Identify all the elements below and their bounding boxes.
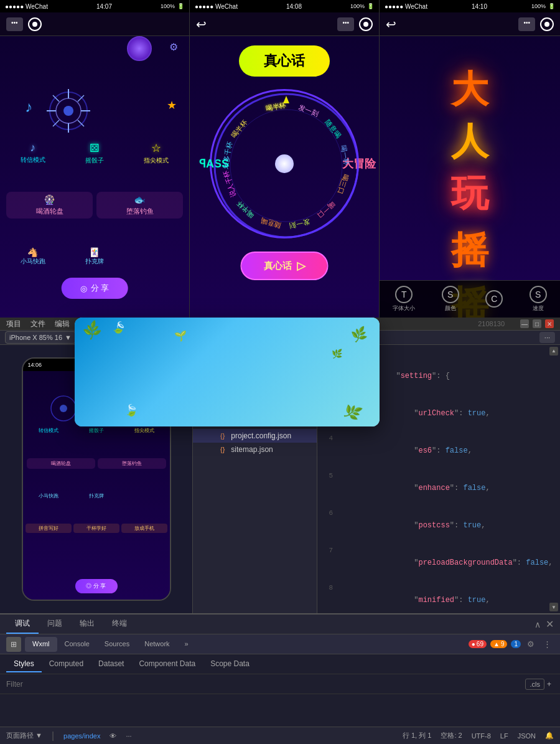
grid-item-8 bbox=[127, 245, 186, 268]
grid-label-1: 转信模式 bbox=[6, 156, 60, 164]
phone2-dots-btn[interactable]: ••• bbox=[337, 17, 354, 31]
scroll-down-arrow[interactable]: ▼ bbox=[549, 603, 558, 611]
settings-icon[interactable]: ⚙ bbox=[169, 41, 183, 55]
phone1-record-btn[interactable] bbox=[28, 17, 42, 31]
mini-g2: 摇骰子 bbox=[73, 427, 119, 434]
folder-icon: 📁 bbox=[216, 347, 226, 357]
menu-item-edit[interactable]: 编辑 bbox=[55, 319, 70, 329]
mini-share-btn[interactable]: ◎ 分 享 bbox=[75, 579, 117, 593]
dt-tab-terminal[interactable]: 终端 bbox=[103, 615, 136, 634]
file-static[interactable]: ▶ 📁 static bbox=[193, 374, 317, 388]
phone3-record-btn[interactable] bbox=[540, 17, 554, 31]
phone-1: ●●●●● WeChat 14:07 100% 🔋 ••• ⚙ ♪ bbox=[0, 0, 190, 318]
dt-tab-debug[interactable]: 调试 bbox=[6, 615, 39, 634]
file-appwxss[interactable]: {} app.wxss bbox=[193, 415, 317, 429]
grid-label-2: 摇骰子 bbox=[67, 156, 121, 165]
compile-btn[interactable]: 编译 bbox=[81, 331, 105, 344]
status-path[interactable]: 页面路径 ▼ bbox=[6, 731, 42, 740]
toolbar-speed[interactable]: S 速度 bbox=[530, 286, 547, 313]
dt-tab-issues[interactable]: 问题 bbox=[39, 615, 71, 634]
more-tools-btn[interactable]: ··· bbox=[539, 332, 555, 343]
dice-icon: ⚄ bbox=[67, 141, 121, 155]
dt-settings-icon[interactable]: ⚙ bbox=[525, 638, 537, 650]
menu-item-tools[interactable]: 工具 bbox=[79, 319, 94, 329]
dt-subtab-network[interactable]: Network bbox=[137, 637, 177, 652]
dt-subtab-more[interactable]: » bbox=[177, 637, 196, 652]
dt-more-icon[interactable]: ⋮ bbox=[541, 638, 554, 650]
maximize-btn[interactable]: □ bbox=[533, 319, 541, 328]
toolbar-font-size[interactable]: T 字体大小 bbox=[393, 286, 415, 313]
file-pages[interactable]: ▶ 📁 pages bbox=[193, 359, 317, 374]
dt-arrow-up[interactable]: ∧ bbox=[534, 619, 541, 629]
dt-close-btn[interactable]: ✕ bbox=[546, 618, 554, 630]
dt-subtab-console[interactable]: Console bbox=[57, 637, 97, 652]
mini-g1: 转信模式 bbox=[26, 427, 72, 434]
line-code-6: "postcss": true, bbox=[339, 507, 560, 544]
phone2-carrier: ●●●●● WeChat bbox=[195, 3, 238, 10]
phone3-dots-btn[interactable]: ••• bbox=[518, 17, 535, 31]
code-line-4: 4 "es6": false, bbox=[317, 432, 560, 469]
grid-item-5[interactable]: 🐟 堕落钓鱼 bbox=[96, 192, 183, 219]
filter-input[interactable] bbox=[6, 680, 525, 689]
menu-item-select[interactable]: 选择 bbox=[128, 319, 142, 329]
dt-subtab-sources[interactable]: Sources bbox=[97, 637, 137, 652]
devtools-tabs-left: 调试 问题 输出 终端 bbox=[6, 615, 136, 634]
phone3-back-btn[interactable]: ↩ bbox=[386, 17, 396, 32]
line-code-2: "setting": { bbox=[339, 357, 560, 395]
line-num-2: 2 bbox=[317, 357, 339, 370]
close-btn[interactable]: ✕ bbox=[545, 319, 554, 328]
line-num-6: 6 bbox=[317, 507, 339, 519]
phone1-battery: 100% bbox=[161, 3, 175, 9]
dt-tab-output[interactable]: 输出 bbox=[71, 615, 103, 634]
phone2-back-btn[interactable]: ↩ bbox=[196, 17, 207, 32]
grid-item-6[interactable]: 🐴 小马快跑 bbox=[3, 245, 62, 268]
file-appjson[interactable]: {} app.json bbox=[193, 402, 317, 415]
menu-item-view[interactable]: 视图 bbox=[152, 319, 167, 329]
style-tabs-left: Styles Computed Dataset Component Data S… bbox=[6, 656, 257, 672]
style-tab-scope-data[interactable]: Scope Data bbox=[203, 656, 257, 672]
status-page-more[interactable]: ··· bbox=[126, 732, 131, 740]
bell-icon[interactable]: 🔔 bbox=[545, 732, 554, 740]
phone1-grid1: ♪ 转信模式 ⚄ 摇骰子 ☆ 指尖模式 bbox=[3, 139, 186, 167]
mini-grid4: 拼音写好 干杯学好 放成手机 bbox=[26, 524, 167, 533]
code-editor[interactable]: ▲ ▼ 1 2 "setting": { 3 "urlCheck": true bbox=[317, 345, 560, 613]
ide-area: 项目 文件 编辑 工具 转到 选择 视图 微信开发者工具 2108130 — □… bbox=[0, 318, 560, 744]
file-components[interactable]: ▶ 📁 components bbox=[193, 345, 317, 359]
grid-item-1[interactable]: ♪ 转信模式 bbox=[3, 139, 62, 167]
device-selector[interactable]: iPhone X 85% 16 ▼ bbox=[5, 331, 76, 344]
toolbar-color[interactable]: S 颜色 bbox=[442, 286, 459, 313]
grid-item-4[interactable]: 🎡 喝酒轮盘 bbox=[6, 192, 93, 219]
add-style-icon[interactable]: + bbox=[544, 679, 554, 690]
scroll-up-arrow[interactable]: ▲ bbox=[549, 347, 558, 356]
file-appjs[interactable]: JS app.js bbox=[193, 388, 317, 402]
menu-item-file[interactable]: 文件 bbox=[30, 319, 45, 329]
inspect-icon[interactable]: ⊞ bbox=[6, 637, 21, 652]
phone-3: ●●●●● WeChat 14:10 100% 🔋 ↩ ••• 大 人 玩 摇 bbox=[380, 0, 560, 318]
style-tab-computed[interactable]: Computed bbox=[42, 656, 91, 672]
status-page-link[interactable]: pages/index bbox=[63, 732, 100, 740]
file-sitemap[interactable]: {} sitemap.json bbox=[193, 443, 317, 456]
dt-subtab-wxml[interactable]: Wxml bbox=[25, 637, 57, 652]
grid-item-2[interactable]: ⚄ 摇骰子 bbox=[65, 139, 124, 167]
menu-item-goto[interactable]: 转到 bbox=[103, 319, 118, 329]
phone1-dots-btn[interactable]: ••• bbox=[6, 17, 23, 31]
spin-wheel[interactable]: ꟼАSS 大冒险 喝半杯 发一刻 随意喝 喝一杯 喝三口 bbox=[210, 89, 359, 238]
style-tab-dataset[interactable]: Dataset bbox=[91, 656, 131, 672]
mini-g8 bbox=[121, 492, 167, 499]
phone1-share-btn[interactable]: ◎ 分 享 bbox=[62, 278, 128, 299]
style-tab-styles[interactable]: Styles bbox=[6, 656, 42, 672]
toolbar-c[interactable]: C bbox=[485, 290, 503, 309]
code-line-8: 8 "minified": true, bbox=[317, 582, 560, 613]
c-icon: C bbox=[485, 290, 503, 308]
phone2-record-btn[interactable] bbox=[359, 17, 373, 31]
mini-g11: 放成手机 bbox=[121, 524, 167, 533]
cls-button[interactable]: .cls bbox=[525, 679, 544, 690]
grid-item-3[interactable]: ☆ 指尖模式 bbox=[127, 139, 186, 167]
grid-item-7[interactable]: 🃏 扑克牌 bbox=[65, 245, 124, 268]
minimize-btn[interactable]: — bbox=[520, 319, 529, 328]
file-projectconfig[interactable]: {} project.config.json bbox=[193, 429, 317, 443]
line-num-3: 3 bbox=[317, 395, 339, 407]
drink-truth-btn[interactable]: 真心话 ▷ bbox=[241, 252, 329, 280]
menu-item-project[interactable]: 项目 bbox=[6, 319, 21, 329]
style-tab-component-data[interactable]: Component Data bbox=[131, 656, 203, 672]
